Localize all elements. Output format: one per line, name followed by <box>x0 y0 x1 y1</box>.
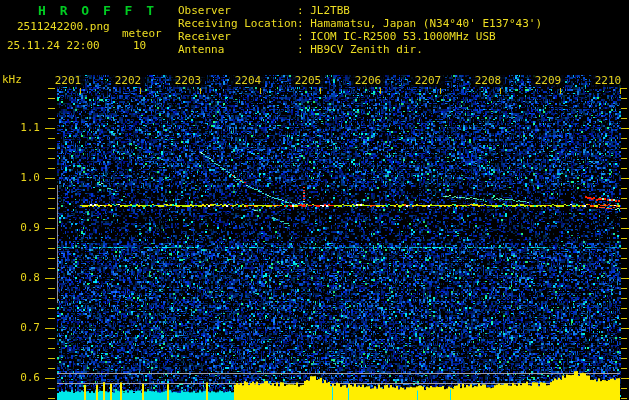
info-row-observer: Observer: JL2TBB <box>178 4 542 17</box>
time-tick-label: 2202 <box>111 75 145 87</box>
spectrogram-canvas <box>0 0 629 400</box>
info-row-location: Receiving Location: Hamamatsu, Japan (N3… <box>178 17 542 30</box>
output-filename: 2511242200.png <box>17 21 110 33</box>
frequency-tick-label: 0.8 <box>8 272 40 284</box>
frequency-tick-label: 0.9 <box>8 222 40 234</box>
station-info-panel: Observer: JL2TBB Receiving Location: Ham… <box>178 4 542 56</box>
time-tick-label: 2204 <box>231 75 265 87</box>
datetime-label: 25.11.24 22:00 <box>7 40 100 52</box>
info-separator: : <box>297 4 310 17</box>
info-label: Receiving Location <box>178 17 297 30</box>
info-row-antenna: Antenna: HB9CV Zenith dir. <box>178 43 542 56</box>
info-separator: : <box>297 30 310 43</box>
info-separator: : <box>297 43 310 56</box>
time-tick-label: 2207 <box>411 75 445 87</box>
frequency-tick-label: 0.7 <box>8 322 40 334</box>
info-value: JL2TBB <box>310 4 350 17</box>
time-tick-label: 2206 <box>351 75 385 87</box>
info-separator: : <box>297 17 310 30</box>
info-value: HB9CV Zenith dir. <box>310 43 423 56</box>
info-label: Receiver <box>178 30 297 43</box>
time-tick-label: 2208 <box>471 75 505 87</box>
time-tick-label: 2210 <box>591 75 625 87</box>
info-value: ICOM IC-R2500 53.1000MHz USB <box>310 30 495 43</box>
info-value: Hamamatsu, Japan (N34°40' E137°43') <box>310 17 542 30</box>
app-title: H R O F F T <box>38 3 157 18</box>
frequency-tick-label: 0.6 <box>8 372 40 384</box>
y-axis-unit-label: kHz <box>2 73 22 86</box>
hrofft-screen: H R O F F T 2511242200.png meteor 25.11.… <box>0 0 629 400</box>
time-tick-label: 2201 <box>51 75 85 87</box>
info-row-receiver: Receiver: ICOM IC-R2500 53.1000MHz USB <box>178 30 542 43</box>
time-tick-label: 2203 <box>171 75 205 87</box>
time-tick-label: 2205 <box>291 75 325 87</box>
info-label: Observer <box>178 4 297 17</box>
frequency-tick-label: 1.1 <box>8 122 40 134</box>
echo-count-value: 10 <box>133 40 146 52</box>
frequency-tick-label: 1.0 <box>8 172 40 184</box>
info-label: Antenna <box>178 43 297 56</box>
time-tick-label: 2209 <box>531 75 565 87</box>
